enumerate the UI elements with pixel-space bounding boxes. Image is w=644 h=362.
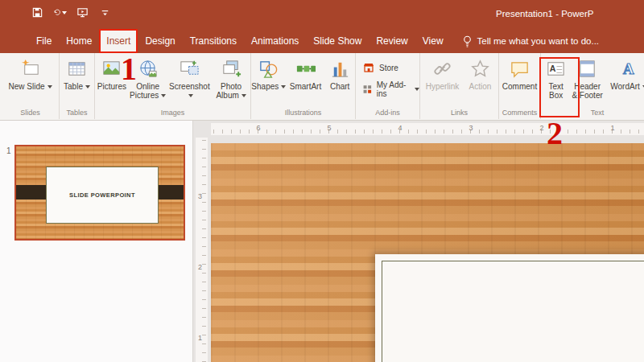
tab-animations[interactable]: Animations: [244, 29, 306, 53]
ruler-number: 3: [198, 192, 202, 200]
slide-thumbnail[interactable]: SLIDE POWERPOINT: [14, 145, 185, 241]
shapes-button[interactable]: Shapes: [251, 53, 287, 91]
wordart-button[interactable]: A WordArt: [604, 53, 644, 91]
save-button[interactable]: [31, 6, 44, 19]
tab-design[interactable]: Design: [138, 29, 182, 53]
my-add-ins-button[interactable]: My Add-ins: [362, 80, 419, 98]
chart-icon: [329, 56, 351, 80]
quick-access-toolbar: [31, 6, 112, 19]
tab-home[interactable]: Home: [59, 29, 99, 53]
comment-button[interactable]: Comment: [501, 53, 539, 91]
button-label: Photo Album: [216, 82, 242, 100]
group-name-slides: Slides: [2, 109, 59, 117]
table-button[interactable]: Table: [61, 53, 93, 91]
thumbnail-text: SLIDE POWERPOINT: [69, 191, 135, 199]
undo-dropdown-caret-icon[interactable]: [62, 11, 67, 14]
slide-surface[interactable]: [211, 143, 644, 362]
button-label: Table: [64, 82, 83, 91]
start-slideshow-button[interactable]: [76, 6, 89, 19]
group-name-links: Links: [420, 109, 498, 117]
slide-number: 1: [6, 146, 11, 155]
ruler-number: 4: [398, 124, 402, 132]
annotation-step-2: 2: [547, 117, 563, 150]
screenshot-icon: [179, 56, 200, 80]
annotation-box-text-box: [539, 57, 580, 117]
placeholder-border-frame: [382, 261, 644, 362]
smartart-button[interactable]: SmartArt: [287, 53, 325, 91]
slide-thumbnails-panel: 1 SLIDE POWERPOINT: [0, 121, 193, 362]
header-footer-icon: [576, 56, 598, 80]
group-name-illustrations: Illustrations: [251, 109, 355, 117]
chart-button[interactable]: Chart: [324, 53, 355, 91]
thumbnail-text-box: SLIDE POWERPOINT: [46, 167, 159, 224]
title-bar: Presentation1 - PowerP File Home Insert …: [0, 0, 644, 53]
dropdown-caret-icon: [281, 85, 286, 88]
button-label: SmartArt: [290, 82, 321, 91]
tab-view[interactable]: View: [415, 29, 451, 53]
ribbon-group-tables: Table Tables: [60, 53, 95, 119]
tell-me-label: Tell me what you want to do...: [477, 36, 600, 46]
button-label: Shapes: [251, 82, 279, 91]
dropdown-caret-icon: [415, 88, 419, 91]
table-icon: [66, 56, 88, 80]
ribbon-group-add-ins: Store My Add-ins Add-ins: [356, 53, 420, 119]
button-label: New Slide: [8, 82, 44, 91]
group-name-images: Images: [95, 109, 250, 117]
horizontal-ruler: 6 5 4 3 2 1: [211, 123, 644, 135]
store-button[interactable]: Store: [362, 61, 398, 74]
ribbon-group-images: Pictures Online Pictures Screenshot Phot…: [95, 53, 251, 119]
tab-review[interactable]: Review: [369, 29, 415, 53]
tab-slide-show[interactable]: Slide Show: [306, 29, 369, 53]
button-label: Chart: [330, 82, 349, 91]
group-name-add-ins: Add-ins: [356, 109, 419, 117]
button-label: Store: [379, 64, 398, 72]
hyperlink-button[interactable]: Hyperlink: [422, 53, 464, 91]
online-pictures-icon: [137, 56, 159, 80]
button-label: My Add-ins: [377, 80, 408, 98]
slide-canvas[interactable]: [211, 138, 644, 362]
new-slide-icon: [19, 56, 41, 80]
store-icon: [362, 61, 375, 74]
tab-insert[interactable]: Insert: [99, 29, 138, 53]
lightbulb-icon: [462, 35, 473, 47]
dropdown-caret-icon: [85, 85, 90, 88]
customize-qat-button[interactable]: [98, 6, 112, 19]
vertical-ruler: 3 2 1: [196, 138, 208, 362]
dropdown-caret-icon: [161, 94, 166, 97]
hyperlink-icon: [431, 56, 453, 80]
slide-content-placeholder[interactable]: [375, 254, 644, 362]
button-label: Hyperlink: [426, 82, 460, 91]
ribbon-group-illustrations: Shapes SmartArt Chart Illustrations: [251, 53, 356, 119]
dropdown-caret-icon: [47, 85, 52, 88]
button-label: Comment: [502, 82, 537, 91]
new-slide-button[interactable]: New Slide: [7, 53, 54, 91]
undo-button[interactable]: [53, 6, 67, 19]
window-title: Presentation1 - PowerP: [496, 9, 593, 19]
tell-me-box[interactable]: Tell me what you want to do...: [456, 29, 606, 53]
ruler-number: 1: [610, 124, 614, 132]
ruler-number: 5: [327, 124, 331, 132]
pictures-icon: [101, 56, 122, 80]
svg-text:A: A: [622, 60, 634, 77]
wordart-icon: A: [618, 56, 640, 80]
ribbon-group-comments: Comment Comments: [499, 53, 541, 119]
button-label: Action: [469, 82, 492, 91]
dropdown-caret-icon: [242, 94, 246, 97]
my-add-ins-icon: [362, 83, 373, 96]
ruler-number: 2: [539, 124, 543, 132]
action-star-icon: [469, 56, 491, 80]
tab-file[interactable]: File: [29, 29, 59, 53]
ruler-number: 1: [198, 334, 202, 342]
ribbon-group-slides: New Slide Slides: [2, 53, 60, 119]
ruler-number: 6: [256, 124, 260, 132]
group-name-tables: Tables: [60, 109, 94, 117]
button-label: Screenshot: [169, 82, 210, 91]
action-button[interactable]: Action: [464, 53, 497, 91]
ribbon-tabs: File Home Insert Design Transitions Anim…: [29, 29, 605, 53]
ruler-number: 3: [469, 124, 473, 132]
photo-album-button[interactable]: Photo Album: [212, 53, 250, 100]
comment-icon: [509, 56, 530, 80]
powerpoint-window: Presentation1 - PowerP File Home Insert …: [0, 0, 644, 362]
tab-transitions[interactable]: Transitions: [183, 29, 244, 53]
screenshot-button[interactable]: Screenshot: [167, 53, 213, 100]
